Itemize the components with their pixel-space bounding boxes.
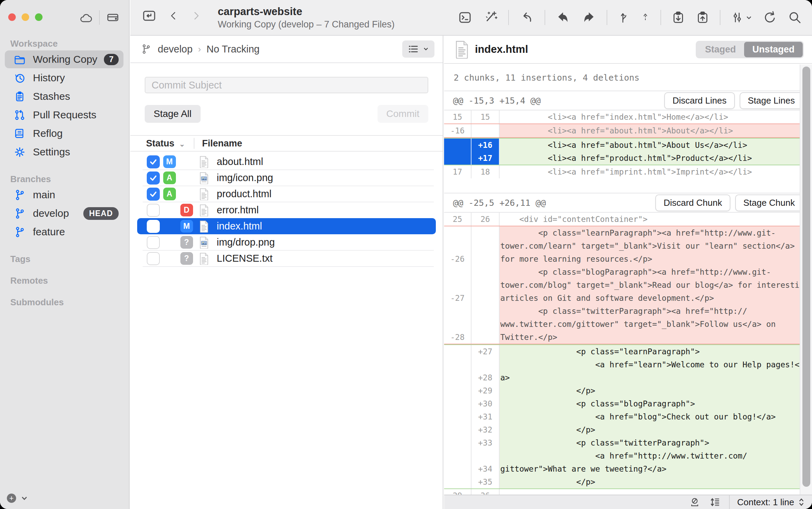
diff-line[interactable]: 1718 <li><a href="imprint.html">Imprint<… [444,165,812,178]
diff-line[interactable]: 1515 <li><a href="index.html">Home</a></… [444,110,812,123]
search-button[interactable] [787,10,802,25]
stage-checkbox[interactable] [147,155,160,168]
stage-checkbox[interactable] [147,188,160,201]
forward-button[interactable] [191,9,201,23]
column-divider [194,138,194,149]
diff-line[interactable]: +28 <a href="learn">Welcome to our Help … [444,358,812,384]
file-row[interactable]: ?LICENSE.txt [137,250,436,267]
sidebar-item-history[interactable]: History [5,69,123,87]
sidebar-item-stashes[interactable]: Stashes [5,87,123,105]
tab-unstaged[interactable]: Unstaged [744,42,803,57]
redo-arrow-button[interactable] [581,10,597,25]
stage-checkbox[interactable] [147,220,160,233]
sidebar-item-reflog[interactable]: Reflog [5,125,123,142]
diff-line[interactable]: +32 </p> [444,423,812,436]
file-row[interactable]: Aimg/icon.png [137,170,436,186]
magic-wand-button[interactable] [482,10,498,25]
status-badge: A [163,171,176,184]
diff-line[interactable]: +16 <li><a href="about.html">About Us</a… [444,138,812,152]
ignore-whitespace-icon[interactable] [689,496,700,508]
services-icon[interactable] [105,11,121,24]
old-line-number: -28 [444,305,471,344]
sidebar-item-label: develop [33,208,83,219]
pull-request-icon [14,109,27,121]
cherry-pick-button[interactable] [640,10,650,25]
diff-line[interactable]: -26 <p class="learnParagraph"><a href="h… [444,226,812,265]
code-line: <li><a href="about.html">About</a></li> [500,124,812,137]
diff-line[interactable]: -16 <li><a href="about.html">About</a></… [444,123,812,138]
refresh-button[interactable] [762,10,777,25]
diff-line[interactable]: +33 <p class="twitterParagraph"> [444,436,812,449]
stage-lines-button[interactable]: Stage Lines [740,92,803,109]
file-row[interactable]: Mabout.html [137,154,436,170]
filename-column-header[interactable]: Filename [202,138,242,149]
cloud-icon[interactable] [77,11,94,24]
merge-arrow-icon [555,10,571,25]
stage-checkbox[interactable] [147,252,160,265]
stash-apply-button[interactable] [695,10,710,25]
toolbar-actions [457,0,802,35]
diff-line[interactable]: +29 </p> [444,384,812,397]
merge-arrow-button[interactable] [555,10,571,25]
diff-line[interactable]: +17 <li><a href="product.html">Product</… [444,152,812,165]
scrollbar-thumb[interactable] [802,67,810,487]
tab-staged[interactable]: Staged [697,42,744,57]
stage-all-button[interactable]: Stage All [145,105,201,123]
diff-line[interactable]: +27 <p class="learnParagraph"> [444,344,812,358]
file-row[interactable]: Mindex.html [137,218,436,234]
back-button[interactable] [169,9,179,23]
chunk-range-label: @@ -25,5 +26,11 @@ [453,198,546,208]
context-stepper[interactable]: Context: 1 line [730,497,812,508]
undo-arrow-button[interactable] [519,10,535,25]
diff-line[interactable]: +34 <a href="http://www.twitter.com/ git… [444,449,812,475]
redo-arrow-icon [581,10,597,25]
sidebar-item-main[interactable]: main [5,186,123,204]
view-mode-button[interactable] [402,40,434,58]
repo-folder-icon[interactable] [141,8,157,23]
scrollbar-track[interactable] [800,64,812,495]
diff-line[interactable]: +35 </p> [444,475,812,489]
sidebar-item-label: Stashes [33,91,119,102]
file-row[interactable]: Aproduct.html [137,186,436,202]
stage-checkbox[interactable] [147,236,160,249]
commit-subject-input[interactable] [145,77,428,93]
add-button[interactable]: + [7,494,16,503]
new-line-number [471,265,500,305]
diff-line[interactable]: +31 <a href="blog">Check out our blog!</… [444,410,812,423]
minimize-button[interactable] [22,13,29,21]
sidebar-item-working-copy[interactable]: Working Copy7 [5,50,123,68]
sidebar-item-feature[interactable]: feature [5,223,123,241]
file-row[interactable]: ?img/drop.png [137,234,436,250]
diff-line[interactable]: +30 <p class="blogParagraph"> [444,397,812,410]
new-line-number [471,226,500,265]
staged-status-column: A [162,188,177,200]
diff-line[interactable]: 2526 <div id="contentContainer"> [444,213,812,226]
diff-line[interactable]: -28 <p class="twitterParagraph"><a href=… [444,305,812,344]
stash-save-button[interactable] [671,10,685,25]
toolbar-divider [720,10,720,25]
image-file-icon [199,172,211,184]
discard-chunk-button[interactable]: Discard Chunk [655,194,730,211]
chevron-down-icon[interactable] [21,495,28,502]
sidebar-item-pull-requests[interactable]: Pull Requests [5,106,123,124]
terminal-button[interactable] [457,10,473,25]
diff-line[interactable]: -27 <p class="blogParagraph"><a href="ht… [444,265,812,305]
sidebar-item-label: Reflog [33,128,119,139]
view-options-button[interactable] [730,10,752,25]
status-column-header[interactable]: Status [146,138,175,149]
file-row[interactable]: Derror.html [137,202,436,218]
sidebar-item-settings[interactable]: Settings [5,143,123,161]
stage-chunk-button[interactable]: Stage Chunk [735,194,803,211]
sidebar-item-develop[interactable]: developHEAD [5,204,123,222]
close-button[interactable] [8,13,16,21]
diff-scroll-area[interactable]: 2 chunks, 11 insertions, 4 deletions @@ … [444,64,812,495]
image-file-icon [199,236,211,249]
diff-line[interactable]: 2936 [444,489,812,495]
zoom-button[interactable] [35,13,43,21]
stage-checkbox[interactable] [147,171,160,185]
commit-button[interactable]: Commit [378,105,428,123]
stage-checkbox[interactable] [147,204,160,217]
discard-lines-button[interactable]: Discard Lines [664,92,735,109]
branch-line-button[interactable] [617,10,630,25]
line-spacing-icon[interactable] [709,496,721,508]
